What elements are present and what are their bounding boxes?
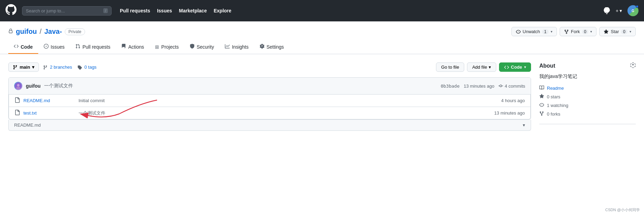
- about-description: 我的java学习笔记: [539, 73, 636, 80]
- avatar[interactable]: G: [627, 5, 638, 16]
- readme-label: README.md: [14, 122, 41, 128]
- file-time: 4 hours ago: [501, 98, 525, 103]
- github-logo[interactable]: [6, 4, 17, 17]
- sidebar-readme-item[interactable]: Readme: [539, 84, 636, 92]
- stars-count: 0 stars: [547, 94, 560, 99]
- repo-name-link[interactable]: Java-: [44, 28, 62, 36]
- fork-label: Fork: [571, 29, 580, 34]
- tab-pull-requests[interactable]: Pull requests: [70, 40, 116, 54]
- sidebar-stars-item[interactable]: 0 stars: [539, 92, 636, 101]
- fork-sidebar-icon: [539, 111, 544, 117]
- sidebar-watching-item[interactable]: 1 watching: [539, 101, 636, 110]
- file-row: README.md Initial commit 4 hours ago: [9, 95, 530, 107]
- unwatch-count: 1: [542, 29, 549, 34]
- projects-tab-icon: ⊞: [155, 44, 159, 50]
- repo-separator: /: [40, 28, 42, 36]
- branch-meta: 2 branches 0 tags: [43, 65, 96, 70]
- nav-right: + ▾ G: [603, 5, 638, 16]
- readme-expand-icon[interactable]: ▾: [523, 122, 525, 128]
- commit-info-row: guifou 一个测试文件 0b3bade 13 minutes ago 4 c…: [9, 78, 531, 95]
- code-button-label: Code: [511, 65, 522, 70]
- tab-projects[interactable]: ⊞ Projects: [149, 40, 184, 54]
- tab-insights[interactable]: Insights: [219, 40, 254, 54]
- tags-info[interactable]: 0 tags: [77, 65, 96, 70]
- about-title: About: [539, 63, 555, 69]
- file-row: test.txt 一个测试文件 13 minutes ago: [9, 107, 530, 119]
- tab-actions-label: Actions: [128, 44, 144, 50]
- eye-sidebar-icon: [539, 102, 544, 108]
- lock-icon: [8, 29, 13, 35]
- tab-insights-label: Insights: [232, 44, 248, 50]
- nav-marketplace[interactable]: Marketplace: [176, 6, 210, 16]
- settings-tab-icon: [260, 44, 264, 50]
- sidebar-forks-item[interactable]: 0 forks: [539, 110, 636, 118]
- branches-info[interactable]: 2 branches: [43, 65, 72, 70]
- unwatch-button[interactable]: Unwatch 1 ▾: [511, 27, 557, 36]
- nav-issues[interactable]: Issues: [154, 6, 175, 16]
- file-commit-msg: 一个测试文件: [79, 110, 491, 116]
- code-button[interactable]: Code ▾: [499, 62, 531, 72]
- fork-button[interactable]: Fork 0 ▾: [560, 27, 597, 36]
- commits-link[interactable]: 4 commits: [498, 84, 525, 89]
- nav-explore[interactable]: Explore: [211, 6, 234, 16]
- branch-bar: main ▾ 2 branches 0 tags Go to file Add …: [8, 62, 531, 72]
- add-file-label: Add file: [472, 65, 487, 70]
- nav-pull-requests[interactable]: Pull requests: [117, 6, 153, 16]
- insights-tab-icon: [225, 44, 230, 50]
- unwatch-label: Unwatch: [523, 29, 540, 34]
- file-name-link[interactable]: test.txt: [23, 110, 75, 116]
- unwatch-dropdown-icon: ▾: [551, 30, 552, 33]
- tab-security-label: Security: [197, 44, 214, 50]
- tab-actions[interactable]: Actions: [116, 40, 149, 54]
- repo-owner-link[interactable]: guifou: [16, 28, 37, 36]
- file-icon: [14, 110, 20, 116]
- tags-link[interactable]: 0 tags: [84, 65, 96, 70]
- branches-link[interactable]: 2 branches: [50, 65, 72, 70]
- file-icon: [14, 97, 20, 104]
- tab-security[interactable]: Security: [184, 40, 220, 54]
- nav-links: Pull requests Issues Marketplace Explore: [117, 6, 598, 16]
- commit-hash[interactable]: 0b3bade: [441, 84, 460, 89]
- add-file-button[interactable]: Add file ▾: [467, 62, 496, 72]
- readme-link[interactable]: Readme: [547, 86, 564, 91]
- code-tab-icon: [14, 44, 19, 50]
- go-to-file-button[interactable]: Go to file: [436, 62, 464, 72]
- about-section: About 我的java学习笔记 Readme 0 stars: [539, 62, 636, 124]
- repo-header: guifou / Java- Private Unwatch 1 ▾ Fork …: [0, 21, 644, 54]
- fork-count: 0: [582, 29, 589, 34]
- branch-selector[interactable]: main ▾: [8, 62, 39, 72]
- plus-arrow-icon: ▾: [620, 8, 622, 13]
- file-list: README.md Initial commit 4 hours ago tes…: [9, 95, 531, 119]
- about-header: About: [539, 62, 636, 69]
- star-sidebar-icon: [539, 94, 544, 100]
- watching-count: 1 watching: [547, 103, 568, 108]
- tab-projects-label: Projects: [161, 44, 179, 50]
- main-content: main ▾ 2 branches 0 tags Go to file Add …: [0, 54, 644, 139]
- repo-title-row: guifou / Java- Private Unwatch 1 ▾ Fork …: [8, 27, 636, 36]
- file-time: 13 minutes ago: [494, 110, 525, 116]
- commits-label: commits: [509, 84, 525, 89]
- tab-issues[interactable]: Issues: [38, 40, 70, 54]
- repo-tabs: Code Issues Pull requests Actions ⊞ Proj…: [8, 40, 636, 54]
- about-gear-icon[interactable]: [630, 62, 636, 69]
- book-icon: [539, 85, 544, 91]
- plus-icon: +: [616, 8, 619, 13]
- commit-avatar: [14, 82, 22, 90]
- star-button[interactable]: Star 0 ▾: [599, 27, 636, 36]
- tab-settings[interactable]: Settings: [254, 40, 290, 54]
- top-navigation: Search or jump to... / Pull requests Iss…: [0, 0, 644, 21]
- search-box[interactable]: Search or jump to... /: [22, 6, 112, 16]
- slash-key: /: [103, 8, 108, 13]
- commit-username[interactable]: guifou: [26, 83, 41, 89]
- add-file-dropdown-icon: ▾: [489, 65, 491, 70]
- plus-button[interactable]: + ▾: [616, 8, 622, 13]
- security-tab-icon: [190, 44, 195, 50]
- tab-pull-requests-label: Pull requests: [82, 44, 110, 50]
- commit-right: 0b3bade 13 minutes ago 4 commits: [441, 84, 525, 89]
- notification-button[interactable]: [603, 7, 610, 14]
- issues-tab-icon: [44, 44, 49, 50]
- file-name-link[interactable]: README.md: [23, 98, 75, 103]
- tab-code[interactable]: Code: [8, 40, 38, 54]
- pull-requests-tab-icon: [75, 44, 80, 50]
- branch-dropdown-icon: ▾: [32, 65, 34, 70]
